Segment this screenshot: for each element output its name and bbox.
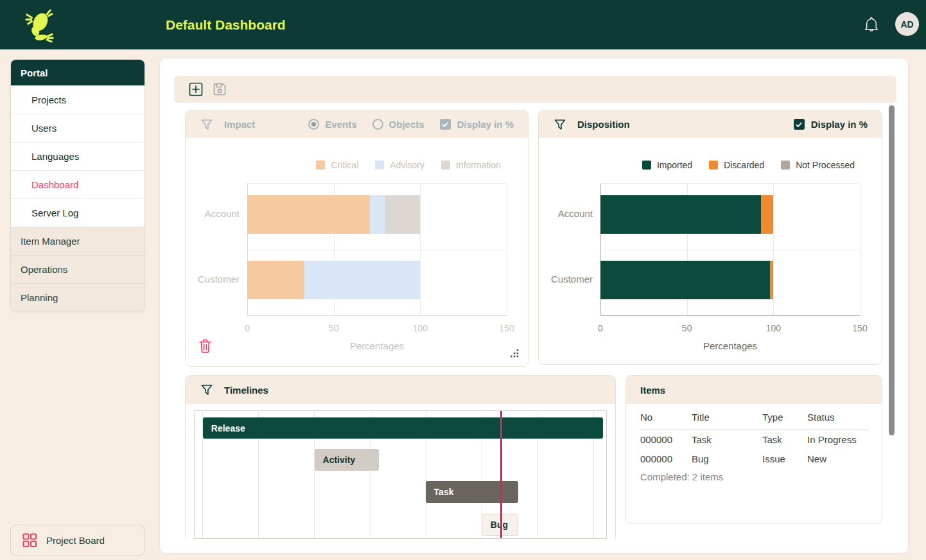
segment-discarded bbox=[770, 261, 773, 299]
sidebar-nav: Portal Projects Users Languages Dashboar… bbox=[10, 59, 145, 312]
gantt-bar-release[interactable]: Release bbox=[203, 417, 603, 439]
x-tick: 100 bbox=[766, 323, 781, 333]
disposition-plot-area: 0 50 100 150 Percentages bbox=[600, 183, 860, 316]
sidebar-item-languages[interactable]: Languages bbox=[11, 142, 144, 170]
sidebar-item-item-manager[interactable]: Item Manager bbox=[11, 227, 144, 255]
legend-item-advisory[interactable]: Advisory bbox=[375, 160, 424, 170]
widget-title: Impact bbox=[224, 119, 255, 130]
gantt-bar-task[interactable]: Task bbox=[426, 481, 519, 503]
segment-information bbox=[385, 195, 420, 234]
radio-events[interactable]: Events bbox=[308, 119, 356, 130]
user-avatar[interactable]: AD bbox=[895, 12, 919, 36]
x-tick: 150 bbox=[499, 323, 514, 333]
page-title: Default Dashboard bbox=[166, 0, 286, 49]
x-tick: 150 bbox=[852, 323, 867, 333]
gantt-bar-activity[interactable]: Activity bbox=[315, 449, 379, 471]
column-status: Status bbox=[807, 412, 869, 423]
dashboard-app: Default Dashboard AD Portal Projects Use… bbox=[0, 0, 926, 560]
cell-type: Issue bbox=[762, 453, 807, 464]
bar-customer bbox=[247, 261, 507, 299]
table-row[interactable]: 000000 Bug Issue New bbox=[640, 450, 869, 469]
legend-item-not-processed[interactable]: Not Processed bbox=[781, 160, 855, 170]
cell-type: Task bbox=[762, 434, 807, 445]
widget-title: Timelines bbox=[224, 385, 268, 396]
vertical-scrollbar-thumb[interactable] bbox=[889, 105, 895, 435]
checkbox-display-percent-control[interactable] bbox=[440, 119, 451, 130]
x-axis-label: Percentages bbox=[247, 340, 507, 351]
x-tick: 0 bbox=[245, 323, 250, 333]
filter-icon[interactable] bbox=[200, 383, 214, 397]
legend-item-critical[interactable]: Critical bbox=[316, 160, 358, 170]
filter-icon[interactable] bbox=[200, 118, 214, 132]
segment-imported bbox=[600, 195, 761, 234]
legend-swatch-critical bbox=[316, 161, 325, 170]
frog-logo-icon bbox=[24, 8, 54, 42]
bar-customer bbox=[600, 261, 860, 299]
checkbox-display-percent-label: Display in % bbox=[811, 119, 868, 130]
radio-objects-label: Objects bbox=[389, 119, 424, 130]
legend-swatch-discarded bbox=[709, 161, 718, 170]
category-label-customer: Customer bbox=[186, 274, 240, 284]
segment-critical bbox=[247, 195, 370, 234]
today-marker-line bbox=[500, 411, 502, 538]
items-table: No Title Type Status 000000 Task Task In… bbox=[640, 412, 869, 482]
checkbox-display-percent[interactable]: Display in % bbox=[794, 119, 868, 130]
dashboard-toolbar bbox=[174, 76, 896, 103]
legend-swatch-advisory bbox=[375, 161, 384, 170]
checkbox-display-percent-label: Display in % bbox=[457, 119, 514, 130]
widget-title: Disposition bbox=[577, 119, 630, 130]
sidebar-item-server-log[interactable]: Server Log bbox=[11, 198, 144, 227]
column-type: Type bbox=[762, 412, 807, 423]
save-dashboard-button[interactable] bbox=[213, 82, 227, 96]
grid-2x2-icon bbox=[22, 533, 37, 548]
radio-objects-control[interactable] bbox=[372, 119, 383, 130]
sidebar-item-portal[interactable]: Portal bbox=[11, 60, 144, 85]
column-title: Title bbox=[692, 412, 762, 423]
resize-handle[interactable] bbox=[511, 349, 519, 358]
cell-no: 000000 bbox=[640, 434, 692, 445]
main-panel: Impact Events Objects Display in bbox=[159, 58, 909, 554]
radio-objects[interactable]: Objects bbox=[372, 119, 424, 130]
cell-title: Bug bbox=[692, 453, 762, 464]
sidebar-item-dashboard[interactable]: Dashboard bbox=[11, 170, 144, 198]
segment-advisory bbox=[370, 195, 385, 234]
category-label-customer: Customer bbox=[539, 274, 593, 284]
sidebar-item-users[interactable]: Users bbox=[11, 114, 144, 142]
impact-header: Impact Events Objects Display in bbox=[186, 110, 528, 138]
sidebar-item-projects[interactable]: Projects bbox=[11, 85, 144, 114]
widget-timelines: Timelines Release Activity Task bbox=[185, 375, 616, 539]
column-no: No bbox=[640, 412, 692, 423]
completed-summary: Completed: 2 items bbox=[640, 471, 869, 482]
category-label-account: Account bbox=[539, 208, 593, 219]
items-table-header: No Title Type Status bbox=[640, 412, 869, 430]
radio-events-label: Events bbox=[325, 119, 356, 130]
delete-widget-button[interactable] bbox=[198, 338, 212, 354]
legend-item-discarded[interactable]: Discarded bbox=[709, 160, 764, 170]
legend-item-imported[interactable]: Imported bbox=[642, 160, 692, 170]
table-row[interactable]: 000000 Task Task In Progress bbox=[640, 430, 869, 450]
cell-title: Task bbox=[692, 434, 762, 445]
legend-swatch-information bbox=[441, 161, 450, 170]
legend-item-information[interactable]: Information bbox=[441, 160, 501, 170]
add-widget-button[interactable] bbox=[189, 82, 203, 96]
widget-items: Items No Title Type Status 000000 Task T… bbox=[625, 375, 882, 524]
timelines-header: Timelines bbox=[186, 376, 615, 404]
disposition-header: Disposition Display in % bbox=[539, 110, 882, 138]
segment-imported bbox=[600, 261, 770, 299]
legend-swatch-imported bbox=[642, 161, 651, 170]
app-header: Default Dashboard AD bbox=[0, 0, 926, 49]
radio-events-control[interactable] bbox=[308, 119, 319, 130]
filter-icon[interactable] bbox=[553, 118, 567, 132]
legend-swatch-not-processed bbox=[781, 161, 790, 170]
x-tick: 0 bbox=[598, 323, 603, 333]
x-tick: 100 bbox=[413, 323, 428, 333]
notifications-bell-icon[interactable] bbox=[862, 15, 880, 35]
bar-account bbox=[600, 195, 860, 234]
impact-legend: Critical Advisory Information bbox=[316, 160, 501, 170]
project-board-button[interactable]: Project Board bbox=[10, 525, 145, 556]
sidebar-item-planning[interactable]: Planning bbox=[11, 283, 144, 311]
x-tick: 50 bbox=[329, 323, 339, 333]
sidebar-item-operations[interactable]: Operations bbox=[11, 255, 144, 283]
checkbox-display-percent-control[interactable] bbox=[794, 119, 805, 130]
checkbox-display-percent[interactable]: Display in % bbox=[440, 119, 514, 130]
